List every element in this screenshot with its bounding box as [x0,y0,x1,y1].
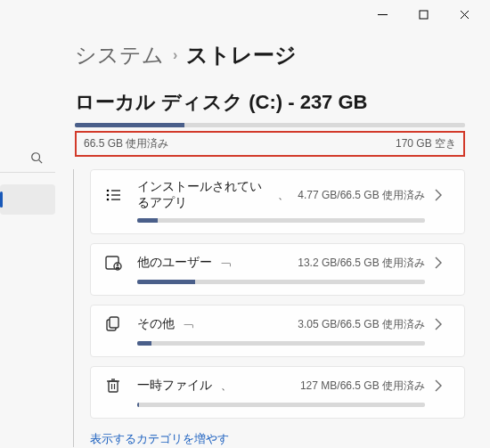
drive-usage-bar [75,123,465,127]
minimize-button[interactable] [362,0,403,29]
annotation-mark: ﹁ [221,256,232,271]
close-button[interactable] [444,0,485,29]
category-detail: 4.77 GB/66.5 GB 使用済み [298,188,425,203]
users-icon [103,253,123,273]
svg-rect-1 [420,11,428,19]
storage-category-card[interactable]: インストールされているアプリ 、 4.77 GB/66.5 GB 使用済み [90,169,465,234]
scroll-region: インストールされているアプリ 、 4.77 GB/66.5 GB 使用済み 他の… [73,169,465,447]
search-input[interactable] [0,143,55,173]
other-icon [103,314,123,334]
storage-category-list: インストールされているアプリ 、 4.77 GB/66.5 GB 使用済み 他の… [90,169,465,419]
chevron-right-icon [434,318,452,330]
chevron-right-icon [434,379,452,392]
storage-category-card[interactable]: その他 ﹁ 3.05 GB/66.5 GB 使用済み [90,305,465,357]
svg-line-5 [39,159,43,163]
left-panel [0,29,59,448]
svg-rect-18 [109,381,118,392]
svg-rect-16 [110,317,118,328]
show-more-link[interactable]: 表示するカテゴリを増やす [90,431,465,447]
storage-category-card[interactable]: 他のユーザー ﹁ 13.2 GB/66.5 GB 使用済み [90,243,465,296]
breadcrumb-parent[interactable]: システム [75,41,164,69]
nav-item-system[interactable] [0,184,55,215]
window-titlebar [0,0,490,29]
free-label: 170 GB 空き [396,136,456,151]
storage-category-card[interactable]: 一時ファイル 、 127 MB/66.5 GB 使用済み [90,366,465,419]
chevron-right-icon [434,257,452,269]
search-icon [30,151,43,164]
breadcrumb-current: ストレージ [186,41,297,69]
svg-point-4 [32,152,40,160]
apps-icon [103,185,123,205]
chevron-right-icon: › [173,47,177,63]
breadcrumb: システム › ストレージ [75,41,465,69]
category-label: その他 [137,316,175,332]
svg-point-14 [117,264,119,266]
used-label: 66.5 GB 使用済み [84,136,168,151]
maximize-button[interactable] [403,0,444,29]
category-label: インストールされているアプリ [137,179,269,211]
svg-point-7 [107,194,110,197]
category-detail: 3.05 GB/66.5 GB 使用済み [298,317,425,332]
category-label: 他のユーザー [137,255,212,271]
drive-usage-summary: 66.5 GB 使用済み 170 GB 空き [75,131,465,157]
annotation-mark: ﹁ [184,317,194,332]
category-detail: 127 MB/66.5 GB 使用済み [300,379,425,394]
annotation-mark: 、 [278,188,289,203]
drive-title: ローカル ディスク (C:) - 237 GB [75,89,465,116]
svg-point-8 [107,199,110,201]
svg-point-6 [107,190,110,192]
chevron-right-icon [434,189,452,201]
trash-icon [103,376,123,395]
annotation-mark: 、 [221,379,232,394]
category-label: 一時ファイル [137,378,212,394]
category-detail: 13.2 GB/66.5 GB 使用済み [298,256,425,271]
main-content: システム › ストレージ ローカル ディスク (C:) - 237 GB 66.… [66,36,490,448]
